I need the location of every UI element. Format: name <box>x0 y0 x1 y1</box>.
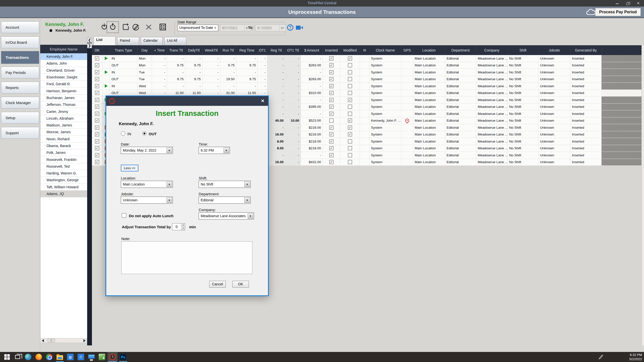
sidebar-item-pay-periods[interactable]: Pay Periods <box>1 67 39 78</box>
column-header-generated_by[interactable]: Generated By <box>570 45 602 55</box>
taskbar-icon-chrome[interactable] <box>44 352 54 362</box>
checkbox-unchecked-icon[interactable] <box>348 112 352 116</box>
column-header-company[interactable]: Company <box>476 45 508 55</box>
dialog-close-icon[interactable]: ✕ <box>261 98 264 104</box>
chevron-down-icon[interactable]: ▼ <box>244 197 250 203</box>
sidebar-item-in-out-board[interactable]: In/Out Board <box>1 36 39 48</box>
employee-list-item[interactable]: Obama, Barack <box>40 143 87 149</box>
help-icon[interactable]: ? <box>287 24 293 31</box>
gps-pin-icon[interactable] <box>404 118 410 123</box>
employee-list-item[interactable]: Lincoln, Abraham <box>40 115 87 122</box>
checkbox-unchecked-icon[interactable] <box>348 84 352 88</box>
employee-list-item[interactable]: Roosevelt, Franklin <box>40 156 87 163</box>
checkbox-checked-icon[interactable]: ✓ <box>329 132 334 137</box>
date-range-preset-select[interactable]: Unprocessed To Date ∨ <box>178 25 218 31</box>
taskbar-icon-start[interactable] <box>2 352 12 362</box>
column-header-jobsite[interactable]: Jobsite <box>539 45 570 55</box>
tab-paired[interactable]: Paired <box>117 37 139 45</box>
date-from-field[interactable]: 8/27/2021 <box>220 25 244 31</box>
checkbox-checked-icon[interactable]: ✓ <box>95 70 99 74</box>
taskbar-icon-this-pc[interactable] <box>86 352 96 362</box>
employee-list-item[interactable]: Cleveland, Grover <box>40 67 87 74</box>
checkbox-checked-icon[interactable]: ✓ <box>95 118 99 123</box>
table-vscrollbar[interactable] <box>641 45 644 345</box>
checkbox-checked-icon[interactable]: ✓ <box>329 146 334 150</box>
sidebar-item-reports[interactable]: Reports <box>1 82 39 94</box>
checkbox-unchecked-icon[interactable] <box>348 153 352 157</box>
column-header-inserted[interactable]: Inserted <box>323 45 340 55</box>
taskbar-icon-timepilot-app[interactable]: ▥ <box>65 352 75 362</box>
taskbar-icon-task-view[interactable] <box>13 352 23 362</box>
checkbox-checked-icon[interactable]: ✓ <box>348 132 352 137</box>
employee-list-item[interactable]: Harrison, Benjamin <box>40 87 87 94</box>
table-row[interactable]: ✓OUTMon-9.759.75-9.759.75---$263.00✓Syst… <box>92 62 644 69</box>
column-header-department[interactable]: Department <box>445 45 476 55</box>
table-row[interactable]: ✓INTue----------✓SystemMain LocationEdit… <box>92 69 644 76</box>
taskbar-icon-photoshop[interactable]: Ps <box>118 352 128 362</box>
checkbox-checked-icon[interactable]: ✓ <box>329 105 334 109</box>
checkbox-checked-icon[interactable]: ✓ <box>95 160 99 164</box>
checkbox-checked-icon[interactable]: ✓ <box>329 153 334 157</box>
taskbar-icon-firefox[interactable] <box>34 352 44 362</box>
less-options-button[interactable]: Less << <box>121 165 138 171</box>
employee-list-item[interactable]: Monroe, James <box>40 129 87 135</box>
checkbox-unchecked-icon[interactable] <box>348 139 352 144</box>
sidebar-item-clock-manager[interactable]: Clock Manager <box>1 97 39 109</box>
column-header-daily_ttl[interactable]: DailyTtl <box>185 45 202 55</box>
clock-out-icon[interactable] <box>109 23 117 31</box>
checkbox-checked-icon[interactable]: ✓ <box>329 160 334 164</box>
sidebar-item-account[interactable]: Account <box>1 21 39 33</box>
insert-transaction-icon[interactable] <box>122 23 129 31</box>
column-header-trans_ttl[interactable]: Trans Ttl <box>167 45 185 55</box>
checkbox-checked-icon[interactable]: ✓ <box>348 56 352 61</box>
note-textarea[interactable] <box>121 241 252 274</box>
taskbar-icon-photos-app[interactable]: 4 <box>97 352 107 362</box>
checkbox-unchecked-icon[interactable] <box>348 160 352 164</box>
chevron-down-icon[interactable]: ▼ <box>167 182 172 187</box>
column-header-location[interactable]: Location <box>413 45 445 55</box>
dialog-date-select[interactable]: Monday, May 2, 2022 ▼ <box>121 147 173 154</box>
employee-list-item[interactable]: Carter, Jimmy <box>40 108 87 115</box>
employee-list-item[interactable]: Nixon, Richard <box>40 136 87 143</box>
taskbar-icon-file-explorer[interactable] <box>55 352 65 362</box>
column-header-mail[interactable]: ✉ <box>360 45 369 55</box>
employee-list-hscrollbar[interactable] <box>40 338 87 343</box>
checkbox-checked-icon[interactable]: ✓ <box>95 153 99 157</box>
employee-list-item[interactable]: Polk, James <box>40 149 87 156</box>
chevron-down-icon[interactable]: ▼ <box>224 148 229 153</box>
table-row[interactable]: ✓INWed----------✓SystemMain LocationEdit… <box>92 83 644 90</box>
dialog-jobsite-select[interactable]: Unknown ▼ <box>121 197 173 204</box>
checkbox-unchecked-icon[interactable] <box>348 105 352 109</box>
sidebar-item-support[interactable]: Support <box>1 127 39 139</box>
column-header-week_ttl[interactable]: WeekTtl <box>202 45 220 55</box>
tab-list[interactable]: List <box>93 36 116 45</box>
checkbox-checked-icon[interactable]: ✓ <box>329 112 334 116</box>
stepper-down-icon[interactable]: ▼ <box>181 227 185 230</box>
taskbar-clock[interactable]: 6:32 PM 5/2/2022 <box>629 353 642 361</box>
checkbox-checked-icon[interactable]: ✓ <box>95 132 99 137</box>
checkbox-checked-icon[interactable]: ✓ <box>95 91 99 95</box>
employee-list-item[interactable]: Roosevelt, Ted <box>40 163 87 170</box>
scroll-left-icon[interactable] <box>42 339 44 342</box>
column-header-modified[interactable]: Modified <box>340 45 360 55</box>
radio-out[interactable] <box>142 131 147 136</box>
column-header-gps[interactable]: GPS <box>401 45 413 55</box>
dialog-department-select[interactable]: Editorial ▼ <box>199 197 251 204</box>
edit-transaction-icon[interactable] <box>132 23 139 31</box>
employee-list-item[interactable]: Eisenhower, Dwight <box>40 74 87 81</box>
restore-button[interactable] <box>623 1 632 6</box>
view-options-icon[interactable] <box>159 23 167 31</box>
column-header-reg_time[interactable]: Reg Time <box>236 45 258 55</box>
scrollbar-thumb[interactable] <box>47 339 55 342</box>
employee-list-item[interactable]: Buchanan, James <box>40 95 87 101</box>
checkbox-checked-icon[interactable]: ✓ <box>95 146 99 150</box>
checkbox-checked-icon[interactable]: ✓ <box>95 98 99 102</box>
stepper-up-icon[interactable]: ▲ <box>181 223 185 227</box>
table-row[interactable]: ✓OUTTue-9.759.75-19.509.75---$263.00✓Sys… <box>92 76 644 83</box>
column-header-ot1[interactable]: OT1 <box>258 45 267 55</box>
ok-button[interactable]: OK <box>232 281 249 288</box>
checkbox-unchecked-icon[interactable] <box>348 146 352 150</box>
employee-list-item[interactable]: Harding, Warren G. <box>40 170 87 177</box>
employee-selector[interactable]: Kennedy, John F. <box>56 28 86 32</box>
checkbox-checked-icon[interactable]: ✓ <box>329 84 334 88</box>
